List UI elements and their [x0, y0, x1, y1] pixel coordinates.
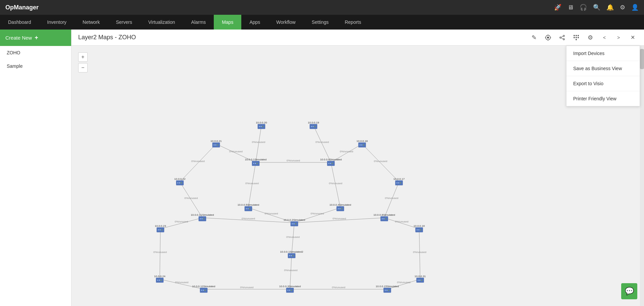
device-node-n18[interactable]: 10.0.0.31: [414, 275, 426, 283]
svg-point-6: [563, 35, 564, 37]
svg-point-116: [341, 208, 342, 209]
svg-line-42: [180, 144, 216, 182]
svg-text:10.0.0.23: 10.0.0.23: [155, 224, 166, 227]
device-node-n2[interactable]: 10.0.0.19: [308, 121, 319, 129]
printer-friendly-item[interactable]: Printer Friendly View: [566, 91, 640, 106]
svg-text:10.0.0.11Simulated: 10.0.0.11Simulated: [191, 213, 214, 216]
svg-line-9: [561, 36, 563, 37]
scrollbar[interactable]: [640, 46, 644, 306]
sidebar-item-zoho[interactable]: ZOHO: [0, 46, 71, 59]
svg-point-160: [203, 290, 204, 291]
nav-network[interactable]: Network: [75, 15, 108, 30]
topbar: OpManager 🚀 🖥 🎧 🔍 🔔 ⚙ 👤: [0, 0, 644, 15]
create-new-button[interactable]: Create New +: [0, 30, 71, 46]
svg-text:0%/unused: 0%/unused: [332, 286, 345, 289]
svg-point-85: [361, 145, 362, 146]
device-node-n21[interactable]: 10.0.0.15Simulated: [376, 285, 399, 293]
nav-inventory[interactable]: Inventory: [39, 15, 75, 30]
device-node-n19[interactable]: 10.0.0.12Simulated: [192, 285, 215, 293]
device-node-n20[interactable]: 10.0.0.3Simulated: [279, 285, 301, 293]
bell-icon[interactable]: 🔔: [606, 4, 614, 11]
svg-point-156: [421, 280, 422, 281]
gear-icon[interactable]: ⚙: [620, 4, 625, 11]
device-node-n1[interactable]: 10.0.0.20: [256, 121, 267, 129]
device-node-n6[interactable]: 10.0.0.6Simulated: [320, 158, 342, 166]
svg-point-124: [382, 218, 383, 219]
save-business-view-item[interactable]: Save as Business View: [566, 61, 640, 76]
user-icon[interactable]: 👤: [631, 4, 639, 11]
rocket-icon[interactable]: 🚀: [554, 4, 561, 11]
edit-icon[interactable]: ✎: [529, 33, 539, 42]
chat-button[interactable]: 💬: [621, 283, 637, 299]
svg-point-71: [262, 126, 263, 127]
svg-text:0%/unused: 0%/unused: [240, 286, 253, 289]
topbar-icons: 🚀 🖥 🎧 🔍 🔔 ⚙ 👤: [554, 4, 639, 11]
svg-point-166: [291, 290, 292, 291]
nodes-icon[interactable]: [572, 33, 581, 42]
svg-text:10.0.0.3Simulated: 10.0.0.3Simulated: [279, 285, 301, 288]
svg-point-119: [200, 218, 201, 219]
device-node-n17[interactable]: 10.0.0.24: [154, 275, 165, 283]
zoom-out-button[interactable]: −: [78, 63, 88, 72]
header-actions: ✎: [529, 33, 637, 42]
export-visio-item[interactable]: Export to Visio: [566, 76, 640, 91]
svg-point-89: [253, 163, 254, 164]
nav-reports[interactable]: Reports: [337, 15, 369, 30]
nav-dashboard[interactable]: Dashboard: [0, 15, 39, 30]
svg-point-84: [360, 145, 361, 146]
svg-point-146: [293, 255, 294, 256]
svg-line-30: [180, 182, 202, 218]
map-canvas[interactable]: + − 0%/unused0%/unused0%/unused0%/unused…: [71, 46, 644, 306]
device-node-n8[interactable]: 10.0.0.17: [393, 177, 405, 185]
svg-text:0%/unused: 0%/unused: [264, 212, 278, 215]
svg-point-17: [576, 39, 577, 40]
screen-icon[interactable]: 🖥: [567, 4, 574, 11]
search-icon[interactable]: 🔍: [593, 4, 600, 11]
device-node-n7[interactable]: 10.0.0.22: [174, 177, 186, 185]
svg-text:0%/unused: 0%/unused: [245, 182, 259, 185]
settings-gear-icon[interactable]: ⚙: [586, 33, 595, 42]
device-node-n14[interactable]: 10.0.0.23: [155, 224, 166, 232]
sidebar: Create New + ZOHO Sample: [0, 30, 71, 306]
svg-point-164: [288, 290, 289, 291]
device-node-n15[interactable]: 10.0.0.16: [413, 224, 425, 232]
svg-text:0%/unused: 0%/unused: [310, 212, 324, 215]
svg-text:0%/unused: 0%/unused: [413, 251, 426, 254]
device-node-n10[interactable]: 10.0.0.4Simulated: [330, 203, 351, 211]
create-new-label: Create New: [5, 35, 32, 41]
svg-point-91: [257, 163, 258, 164]
headset-icon[interactable]: 🎧: [580, 4, 587, 11]
nav-alarms[interactable]: Alarms: [183, 15, 214, 30]
device-node-n5[interactable]: 10.0.0.1Simulated: [245, 158, 267, 166]
svg-text:10.0.0.21: 10.0.0.21: [210, 140, 222, 143]
svg-point-135: [160, 230, 161, 231]
nav-apps[interactable]: Apps: [241, 15, 268, 30]
nav-settings[interactable]: Settings: [304, 15, 337, 30]
svg-text:0%/unused: 0%/unused: [284, 269, 297, 272]
nav-servers[interactable]: Servers: [108, 15, 140, 30]
nav-right-icon[interactable]: >: [614, 33, 623, 42]
nav-left-icon[interactable]: <: [600, 33, 609, 42]
svg-point-144: [289, 255, 290, 256]
nav-maps[interactable]: Maps: [214, 15, 241, 30]
svg-point-12: [576, 35, 577, 36]
nav-workflow[interactable]: Workflow: [268, 15, 303, 30]
svg-point-130: [294, 223, 295, 224]
scrollbar-thumb[interactable]: [640, 49, 644, 69]
svg-text:10.0.0.1Simulated: 10.0.0.1Simulated: [245, 158, 267, 161]
close-icon[interactable]: ✕: [628, 33, 637, 42]
zoom-in-button[interactable]: +: [78, 52, 88, 62]
svg-point-151: [161, 280, 162, 281]
device-node-n3[interactable]: 10.0.0.21: [210, 140, 222, 147]
svg-point-170: [387, 290, 388, 291]
sidebar-item-sample[interactable]: Sample: [0, 59, 71, 73]
nav-virtualization[interactable]: Virtualization: [140, 15, 183, 30]
radial-icon[interactable]: [543, 33, 553, 42]
svg-text:10.0.0.17: 10.0.0.17: [393, 177, 405, 181]
device-node-n9[interactable]: 10.0.0.5Simulated: [238, 203, 259, 211]
svg-point-149: [157, 280, 158, 281]
import-devices-item[interactable]: Import Devices: [566, 46, 640, 61]
device-node-n16[interactable]: 10.0.0.1Simulated2: [280, 250, 303, 258]
device-node-n12[interactable]: 10.0.0.8Simulated: [374, 213, 395, 221]
share-icon[interactable]: [557, 33, 567, 42]
